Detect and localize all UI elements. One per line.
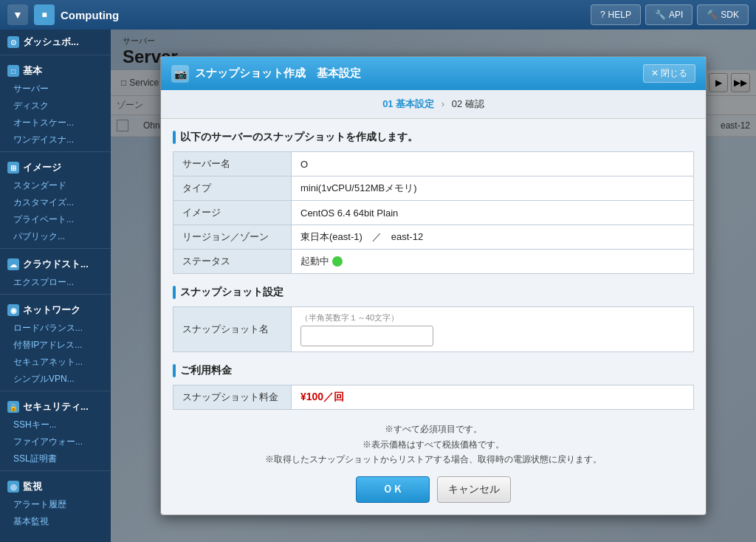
snapshot-icon: 📷: [174, 68, 187, 80]
content-area: サーバー Server □ Service Men... ↻ 更新 ◀ ▶ ▶▶: [111, 30, 756, 542]
sidebar-section-security: 🔒 セキュリティ...: [0, 394, 111, 416]
sidebar-item-public[interactable]: パブリック...: [0, 228, 111, 245]
sdk-button[interactable]: 🔨 SDK: [697, 4, 749, 25]
network-icon: ◉: [7, 304, 19, 316]
td-type: mini(1vCPU/512MBメモリ): [292, 176, 694, 201]
sidebar-item-alert[interactable]: アラート履歴: [0, 496, 111, 513]
main-layout: ⊙ ダッシュボ... □ 基本 サーバー ディスク オートスケー... ワンデイ…: [0, 30, 756, 542]
sidebar-item-dashboard[interactable]: ⊙ ダッシュボ...: [0, 30, 111, 52]
sidebar-item-basicmonitor[interactable]: 基本監視: [0, 513, 111, 530]
step1-label: 01 基本設定: [382, 98, 434, 109]
th-fee: スナップショット料金: [173, 385, 292, 410]
td-region: 東日本(east-1) ／ east-12: [292, 225, 694, 250]
basic-icon: □: [7, 65, 19, 77]
sidebar: ⊙ ダッシュボ... □ 基本 サーバー ディスク オートスケー... ワンデイ…: [0, 30, 111, 542]
server-info-table: サーバー名 O タイプ mini(1vCPU/512MBメモリ) イメージ Ce…: [173, 151, 694, 274]
sidebar-item-firewall[interactable]: ファイアウォー...: [0, 433, 111, 450]
sidebar-item-private[interactable]: プライベート...: [0, 211, 111, 228]
note2: ※表示価格はすべて税抜価格です。: [173, 437, 694, 452]
topbar: ▼ ■ Computing ? HELP 🔧 API 🔨 SDK: [0, 0, 756, 30]
topbar-actions: ? HELP 🔧 API 🔨 SDK: [591, 4, 749, 25]
modal-title: スナップショット作成 基本設定: [195, 66, 637, 80]
th-status: ステータス: [173, 250, 292, 274]
th-image: イメージ: [173, 201, 292, 225]
modal-header: 📷 スナップショット作成 基本設定 ✕ 閉じる: [161, 57, 706, 90]
snapshot-settings-table: スナップショット名 （半角英数字１～40文字）: [173, 306, 694, 352]
td-server-name: O: [292, 152, 694, 176]
status-running-dot: [332, 256, 343, 267]
image-icon: ⊞: [7, 162, 19, 174]
sidebar-item-securenet[interactable]: セキュアネット...: [0, 354, 111, 371]
app-logo: ■: [34, 4, 55, 25]
cancel-button[interactable]: キャンセル: [437, 476, 511, 503]
td-snapshot-name: （半角英数字１～40文字）: [292, 307, 694, 352]
sidebar-item-server[interactable]: サーバー: [0, 80, 111, 97]
snapshot-section-marker: [173, 286, 176, 299]
security-icon: 🔒: [7, 401, 19, 413]
sidebar-item-loadbalancer[interactable]: ロードバランス...: [0, 320, 111, 337]
sidebar-item-sshkey[interactable]: SSHキー...: [0, 416, 111, 433]
wizard-steps: 01 基本設定 › 02 確認: [161, 90, 706, 119]
server-info-title: 以下のサーバーのスナップショットを作成します。: [180, 131, 418, 144]
modal-close-button[interactable]: ✕ 閉じる: [643, 64, 695, 83]
monitor-icon: ◎: [7, 481, 19, 493]
modal-body: 以下のサーバーのスナップショットを作成します。 サーバー名 O タイプ mini…: [161, 119, 706, 514]
table-row-server-name: サーバー名 O: [173, 152, 694, 176]
sidebar-section-image: ⊞ イメージ: [0, 155, 111, 177]
th-type: タイプ: [173, 176, 292, 201]
sidebar-item-floatingip[interactable]: 付替IPアドレス...: [0, 337, 111, 354]
snapshot-modal: 📷 スナップショット作成 基本設定 ✕ 閉じる 01 基本設定 › 02 確認: [160, 56, 707, 515]
sidebar-item-oneday[interactable]: ワンデイスナ...: [0, 131, 111, 148]
sidebar-item-customize[interactable]: カスタマイズ...: [0, 194, 111, 211]
step2-label: 02 確認: [452, 98, 484, 109]
snapshot-section-header: スナップショット設定: [173, 286, 694, 299]
server-info-section-header: 以下のサーバーのスナップショットを作成します。: [173, 131, 694, 144]
status-badge: 起動中: [300, 255, 343, 268]
th-server-name: サーバー名: [173, 152, 292, 176]
dashboard-icon: ⊙: [7, 36, 19, 48]
wizard-step-text: 01 基本設定 › 02 確認: [382, 98, 484, 109]
snapshot-section-title: スナップショット設定: [180, 286, 284, 299]
api-icon: 🔧: [655, 10, 666, 20]
ok-button[interactable]: ＯＫ: [356, 476, 430, 503]
sidebar-item-disk[interactable]: ディスク: [0, 97, 111, 114]
sidebar-item-explorer[interactable]: エクスプロー...: [0, 274, 111, 291]
sidebar-section-basic: □ 基本: [0, 58, 111, 80]
section-marker: [173, 131, 176, 144]
fee-section-header: ご利用料金: [173, 364, 694, 377]
snapshot-name-input[interactable]: [300, 326, 433, 346]
table-row-snapshot-name: スナップショット名 （半角英数字１～40文字）: [173, 307, 694, 352]
fee-table: スナップショット料金 ¥100／回: [173, 385, 694, 410]
td-image: CentOS 6.4 64bit Plain: [292, 201, 694, 225]
table-row-fee: スナップショット料金 ¥100／回: [173, 385, 694, 410]
cloudstorage-icon: ☁: [7, 258, 19, 270]
note1: ※すべて必須項目です。: [173, 422, 694, 436]
sidebar-item-ssl[interactable]: SSL証明書: [0, 450, 111, 467]
sidebar-item-autoscale[interactable]: オートスケー...: [0, 114, 111, 131]
app-title: Computing: [61, 9, 585, 21]
sidebar-item-standard[interactable]: スタンダード: [0, 177, 111, 194]
sdk-icon: 🔨: [707, 10, 718, 20]
sidebar-section-cloudstorage: ☁ クラウドスト...: [0, 252, 111, 274]
table-row-region: リージョン／ゾーン 東日本(east-1) ／ east-12: [173, 225, 694, 250]
td-status: 起動中: [292, 250, 694, 274]
sidebar-section-monitor: ◎ 監視: [0, 474, 111, 496]
api-button[interactable]: 🔧 API: [645, 4, 693, 25]
action-buttons: ＯＫ キャンセル: [173, 476, 694, 503]
modal-overlay: 📷 スナップショット作成 基本設定 ✕ 閉じる 01 基本設定 › 02 確認: [111, 30, 756, 542]
note3: ※取得したスナップショットからリストアする場合、取得時の電源状態に戻ります。: [173, 452, 694, 467]
menu-dropdown-btn[interactable]: ▼: [7, 4, 28, 25]
snapshot-name-hint: （半角英数字１～40文字）: [300, 312, 684, 323]
table-row-type: タイプ mini(1vCPU/512MBメモリ): [173, 176, 694, 201]
th-region: リージョン／ゾーン: [173, 225, 292, 250]
sidebar-section-network: ◉ ネットワーク: [0, 298, 111, 320]
table-row-image: イメージ CentOS 6.4 64bit Plain: [173, 201, 694, 225]
help-button[interactable]: ? HELP: [591, 4, 641, 25]
step-arrow: ›: [441, 98, 447, 109]
table-row-status: ステータス 起動中: [173, 250, 694, 274]
sidebar-item-simplevpn[interactable]: シンプルVPN...: [0, 371, 111, 388]
th-snapshot-name: スナップショット名: [173, 307, 292, 352]
help-icon: ?: [600, 10, 605, 20]
footnotes: ※すべて必須項目です。 ※表示価格はすべて税抜価格です。 ※取得したスナップショ…: [173, 422, 694, 467]
fee-value: ¥100／回: [300, 391, 344, 402]
